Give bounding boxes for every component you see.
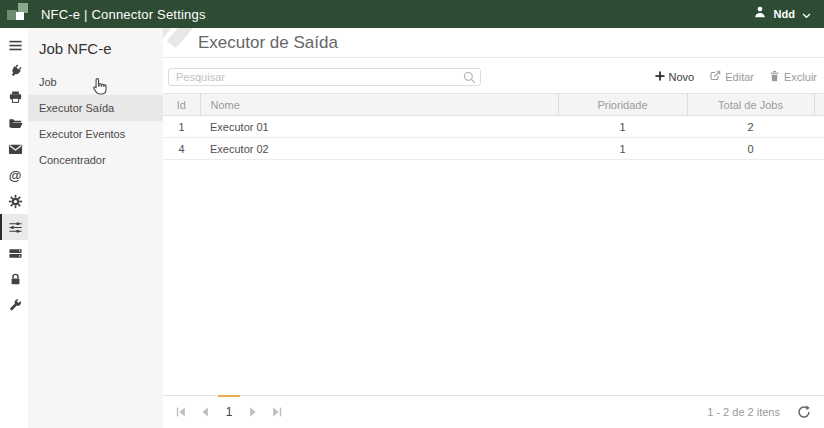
pager-next-button[interactable] (241, 396, 265, 428)
edit-icon (709, 70, 721, 84)
lock-icon[interactable] (0, 266, 28, 292)
new-button[interactable]: Novo (655, 71, 695, 83)
cell-prioridade: 1 (558, 138, 687, 160)
search-icon[interactable] (463, 70, 476, 88)
pager-right: 1 - 2 de 2 itens (707, 405, 811, 419)
watermark-logo-icon (163, 28, 201, 58)
search-box (168, 67, 481, 86)
grid-header-row: Id Nome Prioridade Total de Jobs (163, 94, 824, 116)
refresh-icon[interactable] (797, 405, 811, 419)
user-icon (753, 5, 767, 23)
edit-button[interactable]: Editar (709, 70, 754, 84)
table-row[interactable]: 1 Executor 01 1 2 (163, 116, 824, 138)
executor-grid: Id Nome Prioridade Total de Jobs 1 Execu… (163, 93, 824, 160)
cell-id: 4 (163, 138, 200, 160)
pager-first-button[interactable] (169, 396, 193, 428)
column-header-total-de-jobs[interactable]: Total de Jobs (687, 94, 814, 116)
sidebar-item-executor-eventos[interactable]: Executor Eventos (28, 121, 163, 147)
plus-icon (655, 71, 665, 83)
cell-spacer (814, 138, 824, 160)
app-logo-icon (7, 3, 34, 25)
sliders-icon[interactable] (0, 214, 28, 240)
mail-icon[interactable] (0, 136, 28, 162)
server-icon[interactable] (0, 240, 28, 266)
search-input[interactable] (168, 68, 481, 86)
page-title-bar: Executor de Saída (163, 28, 824, 58)
trash-icon (769, 70, 780, 84)
delete-button-label: Excluir (784, 71, 817, 83)
toolbar: Novo Editar Excluir (168, 67, 817, 86)
sidebar-item-concentrador[interactable]: Concentrador (28, 147, 163, 173)
main-panel: Executor de Saída Novo (163, 28, 824, 428)
icon-rail: @ (0, 28, 28, 428)
toolbar-buttons: Novo Editar Excluir (655, 70, 817, 84)
logo-square-white (16, 12, 24, 20)
user-name: Ndd (774, 8, 795, 20)
delete-button[interactable]: Excluir (769, 70, 817, 84)
topbar: NFC-e | Connector Settings Ndd (0, 0, 824, 28)
sidebar: Job NFC-e Job Executor Saída Executor Ev… (28, 28, 163, 428)
user-menu[interactable]: Ndd (753, 5, 811, 23)
page-title: Executor de Saída (198, 33, 338, 53)
pager: 1 1 - 2 de 2 itens (163, 395, 824, 428)
pager-info: 1 - 2 de 2 itens (707, 406, 780, 418)
pager-prev-button[interactable] (193, 396, 217, 428)
cell-spacer (814, 116, 824, 138)
column-header-nome[interactable]: Nome (200, 94, 558, 116)
gear-icon[interactable] (0, 188, 28, 214)
sidebar-item-executor-saida[interactable]: Executor Saída (28, 95, 163, 121)
cell-nome: Executor 01 (200, 116, 558, 138)
menu-icon[interactable] (0, 32, 28, 58)
wrench-icon[interactable] (0, 292, 28, 318)
column-header-id[interactable]: Id (163, 94, 200, 116)
edit-button-label: Editar (725, 71, 754, 83)
column-header-prioridade[interactable]: Prioridade (558, 94, 687, 116)
column-header-spacer (814, 94, 824, 116)
cell-prioridade: 1 (558, 116, 687, 138)
plug-icon[interactable] (0, 58, 28, 84)
printer-icon[interactable] (0, 84, 28, 110)
chevron-down-icon (802, 5, 811, 23)
cell-nome: Executor 02 (200, 138, 558, 160)
new-button-label: Novo (669, 71, 695, 83)
pager-last-button[interactable] (265, 396, 289, 428)
sidebar-item-job[interactable]: Job (28, 69, 163, 95)
sidebar-title: Job NFC-e (28, 28, 163, 69)
app-title: NFC-e | Connector Settings (41, 7, 206, 22)
pager-page-1[interactable]: 1 (217, 396, 241, 428)
folder-icon[interactable] (0, 110, 28, 136)
cell-total-de-jobs: 0 (687, 138, 814, 160)
at-icon[interactable]: @ (0, 162, 28, 188)
cell-id: 1 (163, 116, 200, 138)
table-row[interactable]: 4 Executor 02 1 0 (163, 138, 824, 160)
cell-total-de-jobs: 2 (687, 116, 814, 138)
